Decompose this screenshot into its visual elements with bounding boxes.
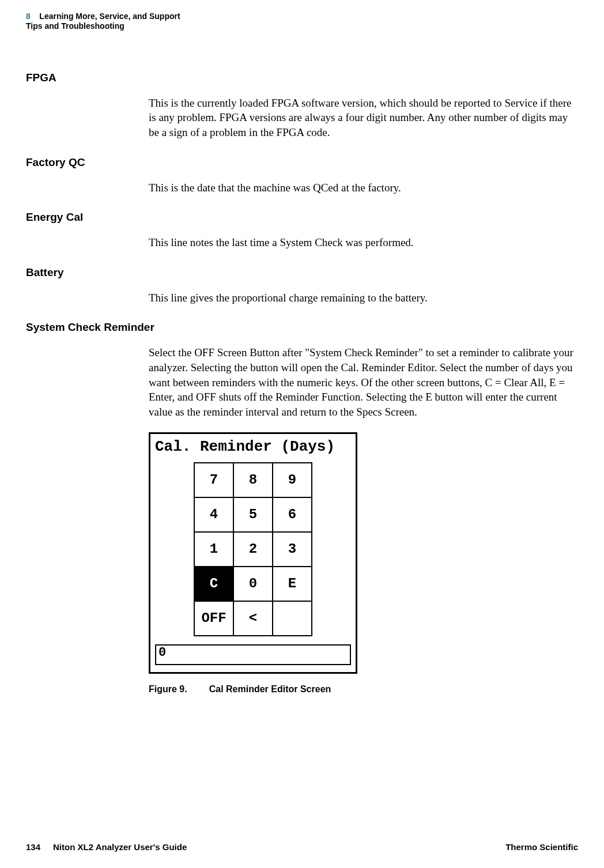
cal-reminder-screen: Cal. Reminder (Days) 7 8 9 4 5 6 1 2 3 (149, 432, 357, 674)
keypad-7[interactable]: 7 (194, 463, 233, 497)
heading-system-check-reminder: System Check Reminder (26, 321, 578, 334)
keypad-enter[interactable]: E (273, 567, 312, 601)
keypad-blank (273, 601, 312, 636)
guide-title: Niton XL2 Analyzer User's Guide (53, 842, 187, 852)
page-number: 134 (26, 842, 40, 852)
figure-caption-text: Cal Reminder Editor Screen (209, 684, 331, 694)
keypad-0[interactable]: 0 (233, 567, 273, 601)
cal-reminder-title: Cal. Reminder (Days) (150, 434, 356, 456)
header-subtitle: Tips and Troubleshooting (26, 21, 578, 31)
keypad-3[interactable]: 3 (273, 532, 312, 567)
keypad-8[interactable]: 8 (233, 463, 273, 497)
page-footer: 134Niton XL2 Analyzer User's Guide Therm… (26, 842, 578, 852)
heading-fpga: FPGA (26, 71, 578, 84)
body-battery: This line gives the proportional charge … (149, 290, 578, 305)
figure-cal-reminder: Cal. Reminder (Days) 7 8 9 4 5 6 1 2 3 (149, 432, 578, 674)
keypad-6[interactable]: 6 (273, 497, 312, 532)
figure-caption-label: Figure 9. (149, 684, 187, 695)
body-system-check-reminder: Select the OFF Screen Button after "Syst… (149, 345, 578, 419)
heading-battery: Battery (26, 266, 578, 279)
keypad-back[interactable]: < (233, 601, 273, 636)
chapter-title: Learning More, Service, and Support (39, 12, 180, 21)
keypad-5[interactable]: 5 (233, 497, 273, 532)
keypad-off[interactable]: OFF (194, 601, 233, 636)
figure-caption: Figure 9.Cal Reminder Editor Screen (149, 684, 578, 695)
keypad: 7 8 9 4 5 6 1 2 3 C 0 E (194, 462, 312, 636)
keypad-1[interactable]: 1 (194, 532, 233, 567)
keypad-4[interactable]: 4 (194, 497, 233, 532)
keypad-2[interactable]: 2 (233, 532, 273, 567)
body-fpga: This is the currently loaded FPGA softwa… (149, 96, 578, 140)
body-energy-cal: This line notes the last time a System C… (149, 235, 578, 250)
heading-factory-qc: Factory QC (26, 156, 578, 169)
keypad-clear[interactable]: C (194, 567, 233, 601)
body-factory-qc: This is the date that the machine was QC… (149, 180, 578, 195)
brand-name: Thermo Scientific (505, 842, 578, 852)
cal-reminder-value[interactable]: 0 (155, 644, 351, 665)
keypad-9[interactable]: 9 (273, 463, 312, 497)
chapter-number: 8 (26, 12, 31, 21)
heading-energy-cal: Energy Cal (26, 211, 578, 224)
page-header: 8 Learning More, Service, and Support Ti… (26, 12, 578, 31)
